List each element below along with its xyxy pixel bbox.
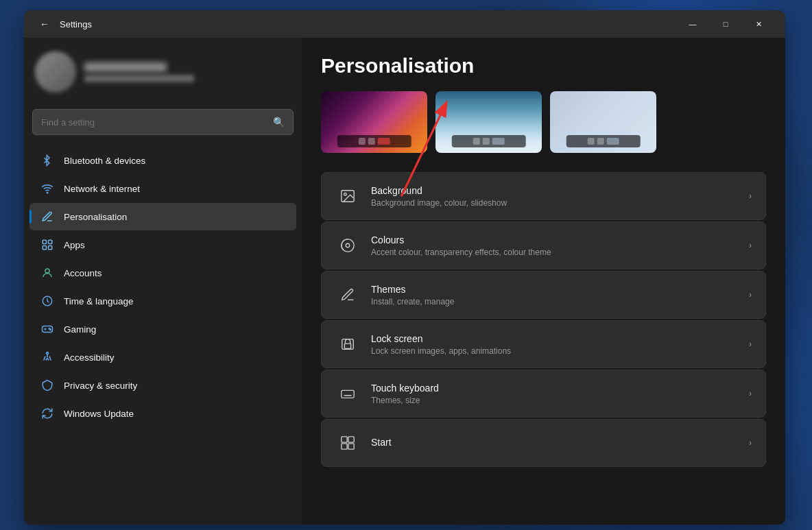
settings-list: Background Background image, colour, sli… xyxy=(321,172,766,467)
svg-rect-15 xyxy=(342,339,354,350)
minimize-button[interactable]: — xyxy=(677,13,708,35)
svg-rect-1 xyxy=(43,240,46,243)
chevron-icon-lockscreen: › xyxy=(749,339,752,349)
search-icon: 🔍 xyxy=(273,117,285,128)
svg-point-12 xyxy=(344,193,347,195)
sidebar-nav: Bluetooth & devices Network & internet xyxy=(24,143,302,525)
settings-item-desc-background: Background image, colour, slideshow xyxy=(371,198,738,208)
colours-icon xyxy=(335,233,360,258)
sidebar-item-accessibility[interactable]: Accessibility xyxy=(29,344,296,371)
sidebar-item-label-apps: Apps xyxy=(64,240,85,250)
bluetooth-icon xyxy=(40,154,54,167)
sidebar-item-gaming[interactable]: Gaming xyxy=(29,315,296,343)
taskbar-btn xyxy=(588,138,595,145)
lockscreen-icon xyxy=(335,332,360,357)
settings-item-title-touchkeyboard: Touch keyboard xyxy=(371,383,738,394)
sidebar-item-bluetooth[interactable]: Bluetooth & devices xyxy=(29,147,296,174)
accounts-icon xyxy=(40,266,54,280)
settings-item-title-background: Background xyxy=(371,185,738,196)
window-title: Settings xyxy=(60,19,92,29)
sidebar-item-label-network: Network & internet xyxy=(64,184,140,194)
sidebar-item-apps[interactable]: Apps xyxy=(29,231,296,258)
settings-item-desc-touchkeyboard: Themes, size xyxy=(371,396,738,405)
settings-item-title-colours: Colours xyxy=(371,234,738,245)
svg-point-14 xyxy=(346,243,350,248)
taskbar-btn xyxy=(597,138,604,145)
profile-name xyxy=(84,62,167,72)
theme-thumb-3[interactable] xyxy=(550,91,656,153)
settings-item-start[interactable]: Start › xyxy=(321,419,766,467)
settings-item-touchkeyboard[interactable]: Touch keyboard Themes, size › xyxy=(321,370,766,418)
sidebar-item-privacy[interactable]: Privacy & security xyxy=(29,372,296,399)
main-content: 🔍 Bluetooth & devices xyxy=(24,38,785,525)
taskbar-btn xyxy=(607,138,619,145)
profile-section xyxy=(24,38,302,104)
svg-rect-17 xyxy=(342,390,354,398)
maximize-button[interactable]: □ xyxy=(710,13,741,35)
svg-rect-18 xyxy=(342,437,347,442)
personalisation-icon xyxy=(40,210,54,224)
sidebar-item-accounts[interactable]: Accounts xyxy=(29,259,296,287)
taskbar-btn xyxy=(359,138,366,145)
touchkeyboard-icon xyxy=(335,381,360,406)
theme-thumb-2[interactable] xyxy=(435,91,542,153)
settings-item-text-themes: Themes Install, create, manage xyxy=(371,284,738,306)
chevron-icon-colours: › xyxy=(749,241,752,250)
settings-item-title-themes: Themes xyxy=(371,284,738,295)
settings-item-lockscreen[interactable]: Lock screen Lock screen images, apps, an… xyxy=(321,320,766,368)
back-button[interactable]: ← xyxy=(35,14,54,34)
start-icon xyxy=(335,431,360,455)
theme-taskbar-1 xyxy=(337,135,411,147)
close-button[interactable]: ✕ xyxy=(743,13,774,35)
chevron-icon-start: › xyxy=(749,438,752,448)
theme-taskbar-2 xyxy=(451,135,526,147)
svg-point-9 xyxy=(50,329,51,330)
apps-icon xyxy=(40,238,54,252)
search-box[interactable]: 🔍 xyxy=(32,109,294,135)
settings-item-text-background: Background Background image, colour, sli… xyxy=(371,185,738,208)
settings-item-desc-colours: Accent colour, transparency effects, col… xyxy=(371,248,738,257)
sidebar-item-label-privacy: Privacy & security xyxy=(64,381,137,391)
svg-rect-21 xyxy=(348,444,354,449)
titlebar: ← Settings — □ ✕ xyxy=(24,10,785,38)
accessibility-icon xyxy=(40,350,54,364)
sidebar-item-update[interactable]: Windows Update xyxy=(29,400,296,427)
search-container: 🔍 xyxy=(24,104,302,143)
main-panel: Personalisation xyxy=(302,38,785,525)
chevron-icon-background: › xyxy=(749,191,752,201)
sidebar-item-personalisation[interactable]: Personalisation xyxy=(29,203,296,230)
window-controls: — □ ✕ xyxy=(677,13,774,35)
settings-item-desc-lockscreen: Lock screen images, apps, animations xyxy=(371,346,738,356)
chevron-icon-touchkeyboard: › xyxy=(749,389,752,398)
theme-thumb-1[interactable] xyxy=(321,91,427,153)
settings-item-colours[interactable]: Colours Accent colour, transparency effe… xyxy=(321,221,766,269)
sidebar-item-label-gaming: Gaming xyxy=(64,324,96,335)
themes-icon xyxy=(335,282,360,307)
chevron-icon-themes: › xyxy=(749,290,752,300)
svg-rect-19 xyxy=(348,437,354,442)
search-input[interactable] xyxy=(41,117,266,128)
settings-item-background[interactable]: Background Background image, colour, sli… xyxy=(321,172,766,220)
svg-point-0 xyxy=(47,192,48,193)
network-icon xyxy=(40,182,54,195)
sidebar-item-label-personalisation: Personalisation xyxy=(64,212,127,222)
sidebar: 🔍 Bluetooth & devices xyxy=(24,38,302,525)
avatar xyxy=(35,51,76,93)
taskbar-btn xyxy=(368,138,375,145)
sidebar-item-label-time: Time & language xyxy=(64,296,134,306)
sidebar-item-network[interactable]: Network & internet xyxy=(29,175,296,202)
update-icon xyxy=(40,407,54,420)
profile-email xyxy=(84,75,194,82)
sidebar-item-label-accessibility: Accessibility xyxy=(64,352,115,363)
settings-item-title-lockscreen: Lock screen xyxy=(371,333,738,344)
privacy-icon xyxy=(40,378,54,392)
page-title: Personalisation xyxy=(321,54,766,77)
theme-taskbar-3 xyxy=(566,135,641,147)
svg-point-5 xyxy=(45,269,49,273)
taskbar-btn xyxy=(492,138,505,145)
settings-item-themes[interactable]: Themes Install, create, manage › xyxy=(321,271,766,319)
sidebar-item-time[interactable]: Time & language xyxy=(29,287,296,315)
svg-point-10 xyxy=(47,352,49,354)
gaming-icon xyxy=(40,322,54,336)
svg-rect-4 xyxy=(43,246,46,250)
